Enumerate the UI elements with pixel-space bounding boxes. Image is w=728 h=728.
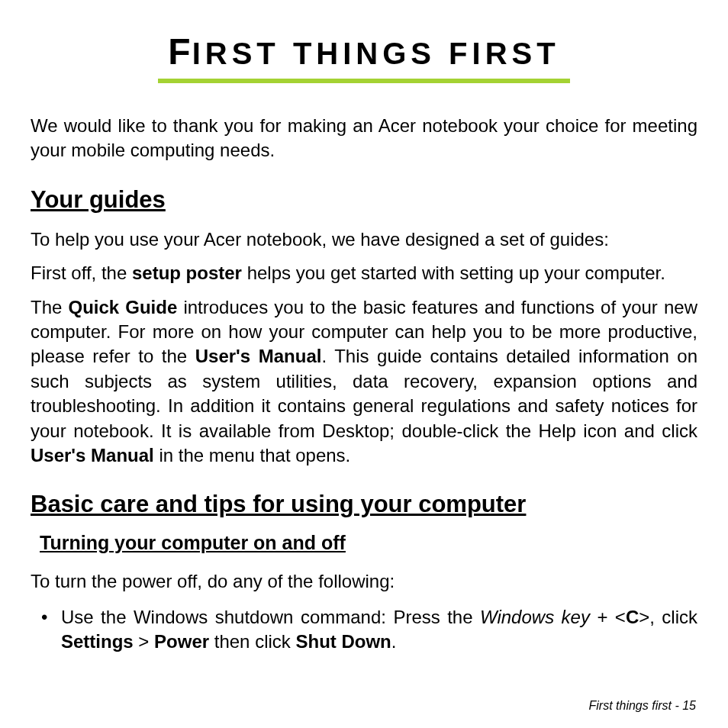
title-rest1: IRST THINGS FIRST xyxy=(192,37,560,70)
shutdown-bullet-list: Use the Windows shutdown command: Press … xyxy=(31,605,697,655)
guides-p3: The Quick Guide introduces you to the ba… xyxy=(31,295,697,469)
guides-p2-c: helps you get started with setting up yo… xyxy=(242,263,665,283)
bullet1-e: >, click xyxy=(639,607,697,627)
bullet1-b: Windows key xyxy=(480,607,590,627)
bullet1-a: Use the Windows shutdown command: Press … xyxy=(61,607,480,627)
page-footer: First things first - 15 xyxy=(589,699,696,713)
section-basic-care-heading: Basic care and tips for using your compu… xyxy=(31,491,697,518)
bullet1-h: Power xyxy=(154,631,209,652)
bullet1-g: > xyxy=(134,631,154,652)
bullet1-c: + < xyxy=(590,607,626,627)
sub-heading-turning-on-off: Turning your computer on and off xyxy=(40,532,697,554)
section-your-guides-heading: Your guides xyxy=(31,186,697,214)
guides-p3-d: User's Manual xyxy=(195,346,322,366)
bullet1-f: Settings xyxy=(61,631,134,652)
guides-p2-a: First off, the xyxy=(31,263,132,283)
list-item: Use the Windows shutdown command: Press … xyxy=(31,605,697,655)
guides-p2: First off, the setup poster helps you ge… xyxy=(31,261,697,285)
guides-p2-b: setup poster xyxy=(132,263,242,283)
intro-paragraph: We would like to thank you for making an… xyxy=(31,114,697,163)
guides-p1: To help you use your Acer notebook, we h… xyxy=(31,227,697,252)
bullet1-i: then click xyxy=(209,631,295,652)
bullet1-k: . xyxy=(391,631,397,652)
bullet1-j: Shut Down xyxy=(295,631,391,652)
guides-p3-g: in the menu that opens. xyxy=(154,445,351,465)
guides-p3-a: The xyxy=(31,297,68,317)
turnoff-p1: To turn the power off, do any of the fol… xyxy=(31,569,697,594)
bullet1-d: C xyxy=(626,607,639,627)
page-title: FIRST THINGS FIRST xyxy=(31,31,697,72)
title-cap1: F xyxy=(168,31,192,72)
title-underline xyxy=(158,79,570,83)
guides-p3-b: Quick Guide xyxy=(68,297,177,317)
guides-p3-f: User's Manual xyxy=(31,445,154,465)
